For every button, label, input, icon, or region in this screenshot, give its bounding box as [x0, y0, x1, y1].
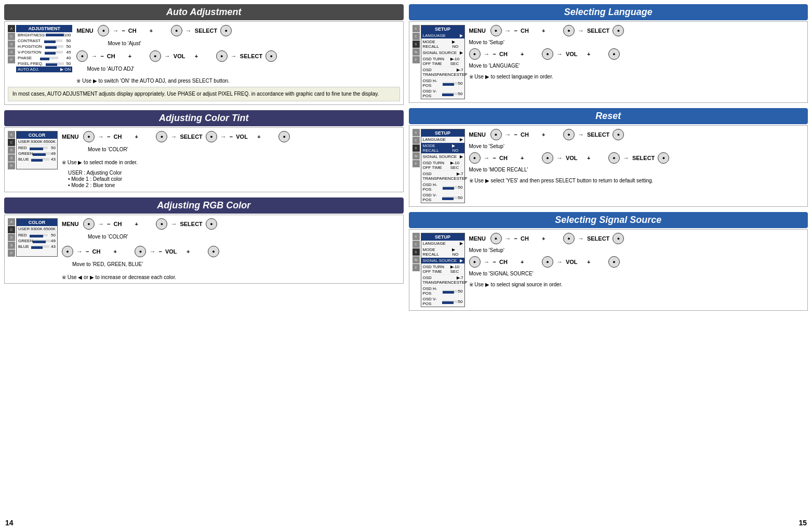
rgb-minus2: −	[86, 248, 89, 255]
reset-menu-circle[interactable]: ●	[490, 129, 502, 140]
ct-note-symbol: ※	[62, 160, 66, 165]
lang-select-lbl: SELECT	[587, 28, 609, 34]
sidebar-sound-icon: S	[8, 48, 15, 56]
reset-note: ※ Use ▶ select 'YES' and then press SELE…	[469, 178, 805, 183]
rgb-sidebar-sound: S	[8, 242, 15, 249]
rgb-vol-plus: +	[187, 248, 205, 255]
sig-sidebar-setup: S	[412, 248, 420, 256]
lang-sel-circle[interactable]: ●	[613, 25, 624, 36]
red-row: RED 50	[17, 145, 57, 151]
color-header: COLOR	[17, 131, 57, 139]
rgb-blue-row: BLUE 43	[17, 244, 57, 249]
sig-sidebar-sound: So	[412, 256, 420, 263]
lang-minus: −	[514, 28, 517, 34]
rgb-sidebar-setup: S	[8, 234, 15, 241]
sig-setup-panel: A C S So P SETUP LANGUAGE▶	[412, 233, 465, 307]
reset-ch-circle[interactable]: ●	[563, 129, 575, 140]
rgb-ch-circle[interactable]: ●	[156, 218, 167, 230]
reset-plus: +	[542, 131, 560, 138]
reset-sidebar-setup: S	[412, 144, 420, 152]
sig-plus2: +	[521, 259, 539, 265]
lang-ch: CH	[521, 28, 539, 34]
ct-row1: MENU ● → − CH + ● → SELECT ● → −	[62, 131, 400, 142]
rgb-sel-circle[interactable]: ●	[206, 218, 217, 230]
sig-hpos: OSD H-POS 50	[421, 286, 464, 296]
arrow-down-circle[interactable]: ●	[76, 50, 88, 62]
plus2-label: +	[128, 53, 147, 59]
rgb-sidebar-color: C	[8, 226, 15, 233]
rgb-green-row: GREEN 49	[17, 238, 57, 244]
ct-select: SELECT	[180, 134, 202, 140]
sig-vol-circle[interactable]: ●	[608, 256, 620, 268]
lang-menu-circle[interactable]: ●	[490, 25, 502, 36]
sidebar-pip-icon: P	[8, 56, 15, 63]
ct-vol-circle[interactable]: ●	[278, 131, 290, 142]
reset-sel2-circle[interactable]: ●	[658, 152, 669, 164]
menu-circle[interactable]: ●	[98, 25, 109, 36]
lang-setup-panel: A C S So P SETUP LANGUAGE▶	[412, 25, 465, 99]
color-tint-monitor: A C S S P COLOR USER 9300K 6500K	[8, 131, 58, 169]
sig-ctrl-row1: MENU ● → − CH + ● → SELECT ●	[469, 233, 805, 244]
lang-vol-circle[interactable]: ●	[608, 48, 620, 60]
sig-ctrl-row2: ● → − CH + ● → VOL + ●	[469, 256, 805, 268]
rgb-arrow-circle[interactable]: ●	[62, 246, 73, 257]
reset-ch: CH	[521, 131, 539, 138]
reset-ch2-circle[interactable]: ●	[542, 152, 553, 164]
rgb-note: ※ Use ◀ or ▶ to increase or decrease eac…	[62, 274, 400, 280]
sig-setup-header: SETUP	[421, 233, 464, 241]
ct-menu-circle[interactable]: ●	[83, 131, 95, 142]
reset-select-lbl: SELECT	[587, 131, 609, 138]
rgb-monitor: A C S S P COLOR USER 9300K 6500K	[8, 218, 58, 257]
sig-menu-circle[interactable]: ●	[490, 233, 502, 244]
sig-ch2-circle[interactable]: ●	[542, 256, 553, 268]
lang-controls: MENU ● → − CH + ● → SELECT ● Move to 'Se…	[469, 25, 805, 99]
signal-source-title: Selecting Signal Source	[409, 212, 808, 228]
select-circle[interactable]: ●	[220, 25, 232, 36]
ct-plus: +	[135, 134, 153, 140]
vol-circle[interactable]: ●	[216, 50, 228, 62]
reset-ctrl-row1: MENU ● → − CH + ● → SELECT ●	[469, 129, 805, 140]
rgb-title: Adjusting RGB Color	[4, 197, 404, 214]
reset-menu-lbl: MENU	[469, 131, 487, 138]
reset-sel-circle[interactable]: ●	[613, 129, 624, 140]
rgb-menu-label: MENU	[62, 221, 80, 227]
reset-note-sym: ※	[469, 178, 473, 183]
reset-ctrl-row2: ● → − CH + ● → VOL + ● → SELECT	[469, 152, 805, 164]
sig-ch-circle[interactable]: ●	[563, 233, 575, 244]
rgb-row1: MENU ● → − CH + ● → SELECT ●	[62, 218, 400, 230]
contrast-row: CONTRAST 50	[16, 38, 72, 44]
rgb-color-section: Adjusting RGB Color A C S S P COLOR	[4, 197, 404, 284]
auto-adj-infobox: In most cases, AUTO ADJUSTMENT adjusts d…	[8, 87, 400, 101]
reset-sidebar-pip: P	[412, 160, 420, 167]
auto-adj-row1: MENU ● → − CH + ● → SELECT ●	[76, 25, 400, 36]
lang-arrow-circle[interactable]: ●	[469, 48, 481, 60]
reset-row2: SIGNAL SOURCE▶	[421, 154, 464, 160]
sig-sel-circle[interactable]: ●	[613, 233, 624, 244]
ct-sidebar-adjust: A	[8, 131, 15, 138]
select2-circle[interactable]: ●	[265, 50, 277, 62]
lang-minus2: −	[493, 51, 496, 57]
sig-minus: −	[514, 235, 517, 242]
rgb-minus: −	[107, 221, 110, 227]
row1-note: Move to 'Ajust'	[108, 41, 400, 46]
phase-row: PHASE 40	[16, 55, 72, 61]
ct-sel-circle[interactable]: ●	[206, 131, 217, 142]
lang-ch-circle[interactable]: ●	[563, 25, 575, 36]
ct-ch-circle[interactable]: ●	[156, 131, 167, 142]
rgb-menu-circle[interactable]: ●	[83, 218, 95, 230]
ct-sidebar-setup: S	[8, 147, 15, 154]
vposition-row: V-POSITION 45	[16, 49, 72, 55]
rgb-ch2-circle[interactable]: ●	[135, 246, 146, 257]
ch-plus-circle[interactable]: ●	[171, 25, 182, 36]
ch2-circle[interactable]: ●	[150, 50, 161, 62]
sig-arrow-circle[interactable]: ●	[469, 256, 481, 268]
sig-row2-note: Move to 'SIGNAL SOURCE'	[469, 271, 805, 276]
reset-controls: MENU ● → − CH + ● → SELECT ● Move to 'Se…	[469, 129, 805, 203]
rgb-vol-circle[interactable]: ●	[208, 246, 219, 257]
lang-ch2-circle[interactable]: ●	[542, 48, 553, 60]
lang-plus: +	[542, 28, 560, 34]
vol-label: VOL	[174, 53, 192, 59]
lang-sidebar-pip: P	[412, 56, 420, 63]
reset-vol-circle[interactable]: ●	[608, 152, 620, 164]
reset-arrow-circle[interactable]: ●	[469, 152, 481, 164]
